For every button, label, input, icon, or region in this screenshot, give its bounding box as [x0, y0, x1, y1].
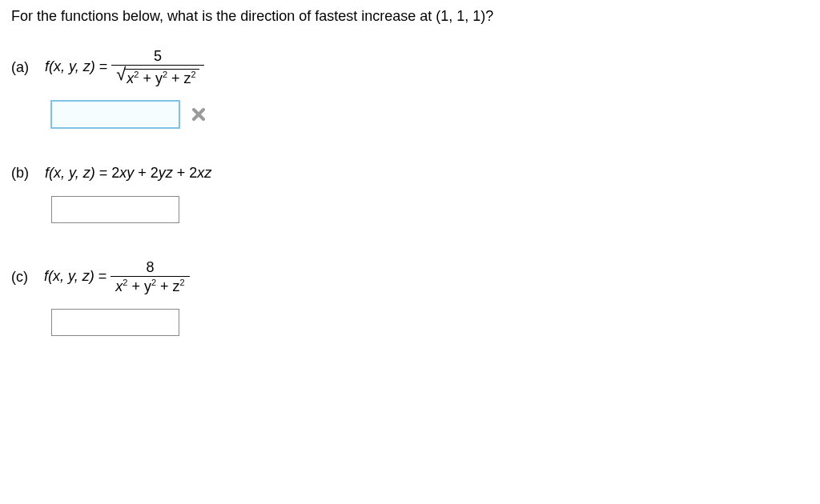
- part-c: (c) f(x, y, z) = 8 x2 + y2 + z2: [11, 260, 809, 336]
- part-a-row: (a) f(x, y, z) = 5 √ x2 + y2 + z2: [11, 49, 809, 86]
- plus-z: + z: [167, 70, 191, 86]
- part-a-fraction: 5 √ x2 + y2 + z2: [111, 49, 203, 86]
- part-b: (b) f(x, y, z) = 2xy + 2yz + 2xz: [11, 165, 809, 223]
- part-b-row: (b) f(x, y, z) = 2xy + 2yz + 2xz: [11, 165, 809, 182]
- exp: 2: [151, 278, 156, 287]
- part-b-label: (b): [11, 165, 29, 182]
- part-a-label: (a): [11, 59, 29, 76]
- part-c-label: (c): [11, 269, 28, 286]
- exp: 2: [191, 70, 196, 79]
- part-c-numerator: 8: [141, 260, 159, 276]
- part-b-answer-row: [51, 196, 809, 223]
- part-a: (a) f(x, y, z) = 5 √ x2 + y2 + z2: [11, 49, 809, 128]
- plus-z: + z: [156, 278, 180, 294]
- part-c-fraction: 8 x2 + y2 + z2: [111, 260, 189, 294]
- sqrt-icon: √ x2 + y2 + z2: [116, 67, 199, 86]
- part-a-function: f(x, y, z) = 5 √ x2 + y2 + z2: [45, 49, 204, 86]
- radicand: x2 + y2 + z2: [124, 69, 199, 86]
- exp: 2: [163, 70, 167, 79]
- part-b-function: f(x, y, z) = 2xy + 2yz + 2xz: [45, 165, 211, 182]
- var-x: x: [127, 70, 134, 86]
- part-c-answer-row: [51, 309, 809, 336]
- part-c-function: f(x, y, z) = 8 x2 + y2 + z2: [44, 260, 190, 294]
- var-x: x: [115, 278, 123, 294]
- plus-y: + y: [139, 70, 163, 86]
- question-text: For the functions below, what is the dir…: [11, 8, 809, 25]
- part-b-answer-input[interactable]: [51, 196, 179, 223]
- exp: 2: [123, 278, 127, 287]
- part-c-lhs: f(x, y, z) =: [44, 268, 111, 284]
- question-page: For the functions below, what is the dir…: [0, 0, 820, 381]
- plus-y: + y: [127, 278, 151, 294]
- part-c-answer-input[interactable]: [51, 309, 179, 336]
- part-a-numerator: 5: [149, 49, 167, 65]
- incorrect-icon: [191, 106, 207, 122]
- part-a-denominator: √ x2 + y2 + z2: [111, 65, 203, 86]
- part-a-answer-row: [51, 101, 809, 128]
- part-a-answer-input[interactable]: [51, 101, 179, 128]
- part-c-row: (c) f(x, y, z) = 8 x2 + y2 + z2: [11, 260, 809, 294]
- exp: 2: [134, 70, 139, 79]
- exp: 2: [180, 278, 185, 287]
- part-c-denominator: x2 + y2 + z2: [111, 276, 189, 294]
- part-a-lhs: f(x, y, z) =: [45, 58, 111, 74]
